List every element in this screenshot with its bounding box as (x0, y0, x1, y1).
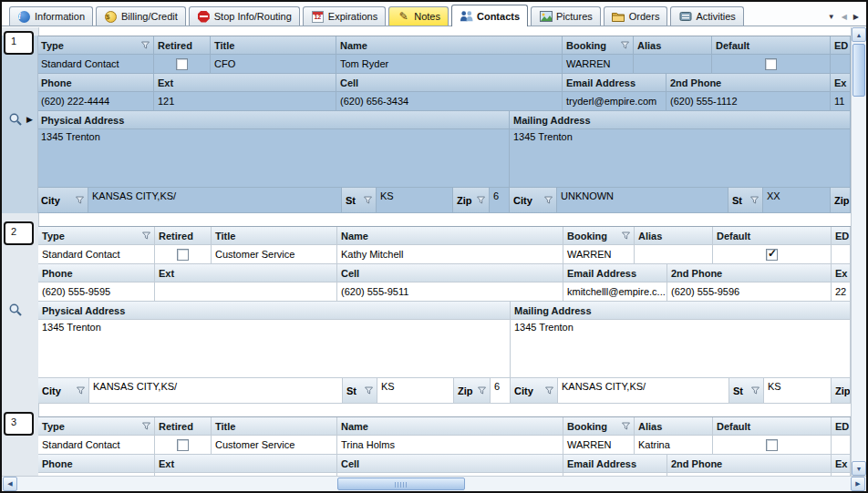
scroll-right-arrow-icon[interactable] (851, 477, 865, 491)
cell-ex[interactable]: 22 (832, 282, 851, 302)
vertical-scroll-thumb[interactable] (852, 44, 865, 97)
cell-ext[interactable] (155, 282, 337, 302)
cell-name[interactable]: Kathy Mitchell (337, 245, 563, 264)
filter-icon[interactable] (364, 196, 372, 204)
cell-retired[interactable] (154, 55, 211, 74)
tab-orders[interactable]: Orders (604, 6, 668, 26)
filter-icon[interactable] (750, 196, 759, 204)
tab-pictures[interactable]: Pictures (531, 6, 601, 26)
filter-icon[interactable] (365, 386, 373, 395)
cell-default[interactable] (713, 436, 832, 455)
filter-icon[interactable] (545, 386, 553, 395)
tab-billing-credit[interactable]: Billing/Credit (96, 6, 186, 26)
tab-list-dropdown-icon[interactable] (828, 14, 835, 21)
cell-booking[interactable]: WARREN (563, 436, 635, 455)
col-header-phone: Phone (38, 264, 155, 282)
cell-title[interactable]: CFO (211, 55, 336, 74)
cell-type[interactable]: Standard Contact (38, 245, 155, 264)
cell-phone[interactable]: (620) 222-4444 (37, 92, 154, 111)
filter-icon[interactable] (76, 196, 84, 204)
cell-ext[interactable]: 121 (154, 92, 336, 111)
cell-cell[interactable]: (620) 656-3434 (336, 92, 563, 111)
filter-icon[interactable] (622, 422, 630, 430)
retired-checkbox[interactable] (177, 249, 189, 261)
filter-icon[interactable] (622, 231, 630, 240)
cell-alias[interactable] (634, 55, 712, 74)
cell-ed[interactable] (832, 245, 851, 264)
cell-ed[interactable] (831, 55, 851, 74)
cell-alias[interactable]: Katrina (635, 436, 713, 455)
tab-expirations[interactable]: 12 Notes Expirations (303, 6, 386, 26)
cell-ed[interactable] (832, 436, 851, 455)
cell-2nd-phone[interactable]: (620) 555-9596 (667, 282, 832, 302)
cell-physical-address[interactable]: 1345 Trenton (37, 129, 510, 188)
cell-mailing-city[interactable]: KANSAS CITY,KS/ (558, 378, 729, 404)
cell-email[interactable]: tryderl@empire.com (563, 92, 666, 111)
horizontal-scrollbar[interactable] (2, 476, 866, 491)
cell-type[interactable]: Standard Contact (38, 436, 155, 455)
cell-physical-st[interactable]: KS (377, 378, 454, 404)
cell-alias[interactable] (635, 245, 713, 264)
cell-email[interactable]: kmitchelll@empire.c... (563, 282, 667, 302)
magnifier-icon[interactable] (8, 112, 23, 127)
cell-physical-city[interactable]: KANSAS CITY,KS/ (89, 378, 343, 404)
tab-notes[interactable]: Notes (388, 6, 449, 26)
cell-retired[interactable] (155, 436, 212, 455)
cell-mailing-address[interactable]: 1345 Trenton (510, 129, 851, 188)
scroll-left-arrow-icon[interactable] (3, 477, 17, 491)
cell-mailing-address[interactable]: 1345 Trenton (511, 320, 851, 378)
tab-stop-info-routing[interactable]: Stop Info/Routing (189, 6, 300, 26)
cell-title[interactable]: Customer Service (212, 245, 337, 264)
record-number[interactable]: 2 (4, 221, 34, 245)
default-checkbox[interactable] (765, 58, 777, 70)
vertical-scrollbar[interactable] (851, 27, 866, 476)
scroll-up-arrow-icon[interactable] (852, 27, 866, 42)
magnifier-icon[interactable] (8, 303, 23, 317)
tab-activities[interactable]: Activities (670, 6, 743, 26)
cell-name[interactable]: Tom Ryder (336, 55, 563, 74)
tab-information[interactable]: Information (9, 6, 93, 26)
tab-contacts[interactable]: Contacts (451, 5, 528, 26)
record-number[interactable]: 3 (4, 412, 34, 436)
tab-scroll-right-icon[interactable] (853, 14, 859, 21)
retired-checkbox[interactable] (176, 58, 188, 70)
tab-scroll-left-icon[interactable] (842, 14, 847, 21)
cell-title[interactable]: Customer Service (212, 436, 337, 455)
col-header-label: ED (835, 421, 849, 432)
retired-checkbox[interactable] (177, 439, 189, 451)
filter-icon[interactable] (544, 196, 553, 204)
cell-type[interactable]: Standard Contact (37, 55, 154, 74)
cell-physical-zip[interactable]: 6 (491, 378, 511, 404)
scroll-down-arrow-icon[interactable] (852, 461, 866, 476)
cell-mailing-city[interactable]: UNKNOWN (557, 188, 728, 213)
filter-icon[interactable] (621, 41, 629, 49)
cell-mailing-st[interactable]: KS (764, 378, 832, 404)
cell-physical-city[interactable]: KANSAS CITY,KS/ (88, 188, 342, 213)
cell-ex[interactable]: 11 (831, 92, 851, 111)
cell-retired[interactable] (155, 245, 212, 264)
cell-booking[interactable]: WARREN (563, 245, 635, 264)
cell-cell[interactable]: (620) 555-9511 (337, 282, 563, 302)
cell-default[interactable] (712, 55, 831, 74)
cell-physical-zip[interactable]: 6 (490, 188, 510, 213)
cell-mailing-st[interactable]: XX (763, 188, 831, 213)
default-checkbox[interactable] (766, 439, 778, 451)
filter-icon[interactable] (478, 386, 486, 395)
cell-2nd-phone[interactable]: (620) 555-1112 (666, 92, 831, 111)
cell-phone[interactable]: (620) 555-9595 (38, 282, 155, 302)
filter-icon[interactable] (142, 422, 150, 430)
cell-booking[interactable]: WARREN (563, 55, 634, 74)
col-header-phone: Phone (37, 74, 154, 92)
filter-icon[interactable] (751, 386, 760, 395)
filter-icon[interactable] (477, 196, 485, 204)
filter-icon[interactable] (141, 41, 150, 49)
horizontal-scroll-thumb[interactable] (337, 478, 465, 490)
filter-icon[interactable] (142, 231, 150, 240)
cell-default[interactable] (713, 245, 832, 264)
default-checkbox[interactable] (766, 249, 778, 261)
cell-physical-st[interactable]: KS (377, 188, 453, 213)
record-number[interactable]: 1 (4, 31, 34, 55)
cell-name[interactable]: Trina Holms (337, 436, 563, 455)
cell-physical-address[interactable]: 1345 Trenton (38, 320, 511, 378)
filter-icon[interactable] (77, 386, 85, 395)
